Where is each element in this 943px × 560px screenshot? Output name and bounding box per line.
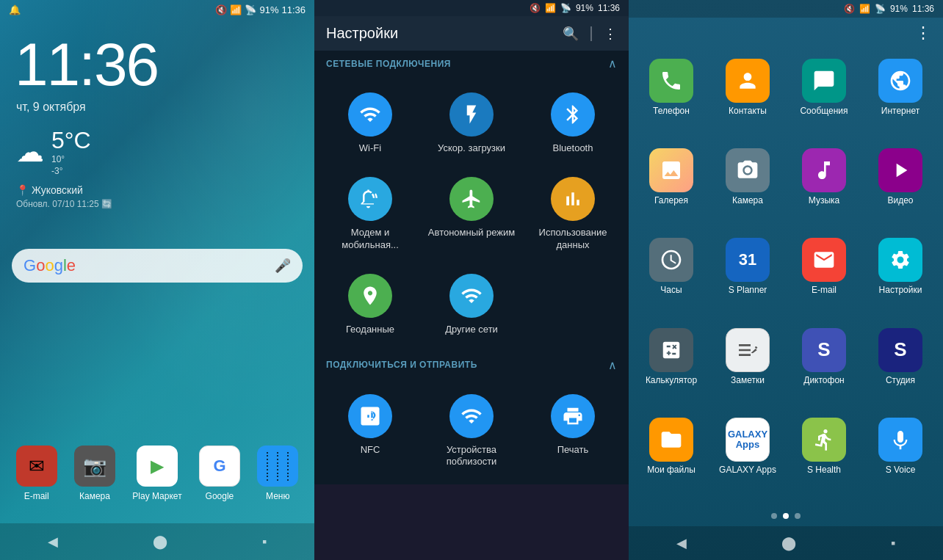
app-messages[interactable]: Сообщения — [787, 54, 861, 141]
settings-header: Настройки 🔍 ⋮ — [314, 16, 629, 51]
app-s-voice[interactable]: S Voice — [864, 413, 937, 500]
play-app-label: Play Маркет — [132, 491, 181, 501]
apps-back-button[interactable]: ◀ — [676, 535, 687, 551]
app-email[interactable]: E-mail — [787, 233, 861, 320]
s-voice-app-icon — [878, 418, 922, 462]
lock-temperature: 5°С — [51, 127, 91, 153]
apps-home-button[interactable]: ⬤ — [781, 535, 796, 551]
connect-section-chevron[interactable]: ∧ — [608, 358, 617, 372]
other-networks-label: Другие сети — [445, 324, 498, 336]
app-studio[interactable]: S Студия — [864, 324, 937, 410]
dock-menu[interactable]: ⋮⋮⋮⋮⋮⋮⋮⋮⋮ Меню — [257, 446, 298, 501]
app-planner[interactable]: 31 S Planner — [711, 233, 784, 320]
nearby-label: Устройства поблизости — [426, 444, 517, 469]
back-button[interactable]: ◀ — [48, 534, 58, 550]
app-video[interactable]: Видео — [864, 144, 937, 230]
settings-airplane[interactable]: Автономный режим — [422, 167, 521, 262]
settings-status-bar: 🔇 📶 📡 91% 11:36 — [314, 0, 629, 16]
apps-wifi-icon: 📶 — [859, 4, 870, 14]
app-calculator[interactable]: Калькулятор — [635, 324, 708, 410]
lock-screen-panel: 🔔 🔇 📶 📡 91% 11:36 11:36 чт, 9 октября ☁ … — [0, 0, 314, 560]
mute-icon: 🔇 — [215, 4, 227, 15]
app-settings[interactable]: Настройки — [864, 233, 937, 320]
apps-more-button[interactable]: ⋮ — [915, 23, 931, 43]
data-usage-icon — [551, 177, 595, 221]
dock-camera[interactable]: 📷 Камера — [74, 446, 115, 501]
lock-google-search[interactable]: Google 🎤 — [12, 249, 303, 283]
settings-nfc[interactable]: NFC — [320, 384, 420, 479]
lock-time-display: 11:36 — [0, 20, 314, 95]
settings-print[interactable]: Печать — [523, 384, 623, 479]
settings-modem[interactable]: Модем и мобильная... — [320, 167, 420, 262]
app-s-health[interactable]: S Health — [787, 413, 861, 500]
settings-battery: 91% — [576, 3, 593, 13]
contacts-app-icon — [726, 59, 770, 103]
camera-app-label: Камера — [732, 195, 763, 206]
settings-boost[interactable]: Ускор. загрузки — [422, 82, 521, 165]
menu-app-label: Меню — [266, 491, 289, 501]
planner-app-icon: 31 — [726, 238, 770, 282]
email-app-label: E-mail — [24, 491, 49, 501]
app-galaxy-apps[interactable]: GALAXYApps GALAXY Apps — [711, 413, 784, 500]
settings-nearby[interactable]: Устройства поблизости — [422, 384, 521, 479]
home-button[interactable]: ⬤ — [153, 534, 167, 550]
browser-app-icon — [878, 59, 922, 103]
app-phone[interactable]: Телефон — [635, 54, 708, 141]
s-health-app-icon — [802, 418, 846, 462]
settings-geo[interactable]: Геоданные — [320, 263, 420, 346]
print-label: Печать — [557, 444, 589, 457]
settings-data-usage[interactable]: Использование данных — [523, 167, 623, 262]
location-pin-icon: 📍 — [16, 184, 29, 196]
print-settings-icon — [551, 394, 595, 438]
network-settings-grid: Wi-Fi Ускор. загрузки Bluetooth Модем и … — [314, 76, 629, 352]
lock-status-bar: 🔔 🔇 📶 📡 91% 11:36 — [0, 0, 314, 20]
settings-bluetooth[interactable]: Bluetooth — [523, 82, 623, 165]
lock-update-time: Обновл. 07/10 11:25 🔄 — [0, 196, 314, 212]
network-section-chevron[interactable]: ∧ — [608, 57, 617, 70]
app-browser[interactable]: Интернет — [864, 54, 937, 141]
voice-search-icon[interactable]: 🎤 — [275, 258, 291, 274]
settings-app-icon — [878, 238, 922, 282]
galaxy-apps-label: GALAXY Apps — [719, 465, 776, 475]
app-clock[interactable]: Часы — [635, 233, 708, 320]
browser-app-label: Интернет — [881, 106, 919, 116]
studio-app-label: Студия — [886, 375, 915, 385]
settings-other-networks[interactable]: Другие сети — [422, 263, 521, 346]
notes-app-icon — [726, 328, 770, 372]
calculator-app-icon — [649, 328, 693, 372]
voice-recorder-icon: S — [802, 328, 846, 372]
dock-play[interactable]: ▶ Play Маркет — [132, 446, 181, 501]
app-gallery[interactable]: Галерея — [635, 144, 708, 230]
email-icon-apps — [802, 238, 846, 282]
modem-settings-icon — [348, 177, 392, 221]
apps-recent-button[interactable]: ▪ — [891, 536, 895, 551]
apps-panel: 🔇 📶 📡 91% 11:36 ⋮ Телефон Контакты Сообщ… — [629, 0, 943, 560]
settings-more-icon[interactable]: ⋮ — [604, 26, 617, 42]
settings-search-icon[interactable]: 🔍 — [563, 26, 579, 42]
app-notes[interactable]: Заметки — [711, 324, 784, 410]
studio-app-icon: S — [878, 328, 922, 372]
camera-app-label: Камера — [79, 491, 110, 501]
music-app-icon — [802, 148, 846, 192]
wifi-label: Wi-Fi — [359, 142, 381, 155]
dock-email[interactable]: ✉ E-mail — [16, 446, 57, 501]
notification-icon: 🔔 — [9, 4, 21, 15]
dock-google[interactable]: G Google — [199, 446, 240, 501]
music-app-label: Музыка — [809, 195, 839, 206]
app-music[interactable]: Музыка — [787, 144, 861, 230]
settings-wifi[interactable]: Wi-Fi — [320, 82, 420, 165]
lock-temp-range: 10° -3° — [51, 154, 91, 177]
recent-button[interactable]: ▪ — [262, 534, 267, 550]
wifi-status-icon: 📶 — [230, 4, 242, 15]
app-camera[interactable]: Камера — [711, 144, 784, 230]
dot-1 — [771, 513, 777, 519]
app-contacts[interactable]: Контакты — [711, 54, 784, 141]
svg-point-0 — [745, 167, 751, 174]
modem-label: Модем и мобильная... — [325, 227, 416, 252]
connect-section-header: ПОДКЛЮЧИТЬСЯ И ОТПРАВИТЬ ∧ — [314, 352, 629, 378]
settings-panel: 🔇 📶 📡 91% 11:36 Настройки 🔍 ⋮ СЕТЕВЫЕ ПО… — [314, 0, 629, 560]
google-app-icon: G — [199, 446, 240, 487]
app-voice-recorder[interactable]: S Диктофон — [787, 324, 861, 410]
app-my-files[interactable]: Мои файлы — [635, 413, 708, 500]
clock-app-icon — [649, 238, 693, 282]
